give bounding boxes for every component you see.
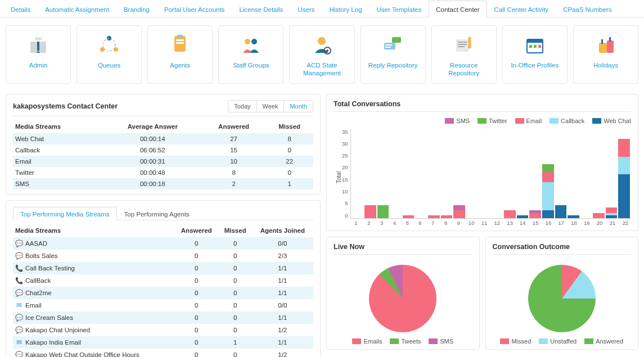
x-tick: 13 <box>504 220 516 226</box>
tab-history-log[interactable]: History Log <box>322 1 369 17</box>
tile-admin[interactable]: Admin <box>6 25 71 84</box>
perf-col-header: Answered <box>174 224 219 237</box>
range-month[interactable]: Month <box>283 101 313 112</box>
queues-icon <box>82 33 137 57</box>
tab-branding[interactable]: Branding <box>116 1 157 17</box>
tile-queues[interactable]: Queues <box>76 25 142 84</box>
bar-col <box>568 129 579 218</box>
tab-portal-user-accounts[interactable]: Portal User Accounts <box>157 1 232 17</box>
overview-title-text: kakaposystems Contact Center <box>13 102 118 110</box>
conversation-outcome-pie <box>528 265 596 332</box>
tab-cpaas-numbers[interactable]: CPaaS Numbers <box>556 1 619 17</box>
bar-col <box>415 129 427 218</box>
legend-twitter: Twitter <box>478 118 507 124</box>
x-tick: 1 <box>350 220 362 226</box>
table-row[interactable]: 💬Kakapo Chat Unjoined 0 0 1/2 <box>13 324 313 336</box>
svg-rect-20 <box>456 39 469 52</box>
cell-agents: 1/2 <box>252 349 313 357</box>
table-row: Email 00:00:31 10 22 <box>13 156 313 167</box>
x-tick: 21 <box>607 220 619 226</box>
bar-segment <box>542 172 554 182</box>
media-streams-table: Media StreamsAverage AnswerAnsweredMisse… <box>13 120 313 189</box>
stacked-bar-chart <box>350 129 631 219</box>
bar-col <box>390 129 402 218</box>
svg-point-13 <box>318 37 326 45</box>
top-performing-subtabs: Top Performing Media StreamsTop Performi… <box>13 206 313 220</box>
y-tick: 5 <box>342 200 348 206</box>
y-tick: 0 <box>342 213 348 219</box>
cell-answered: 27 <box>202 133 265 144</box>
tab-license-details[interactable]: License Details <box>232 1 290 17</box>
tab-details[interactable]: Details <box>3 1 38 17</box>
table-row[interactable]: 💬Ice Cream Sales 0 0 1/1 <box>13 311 313 324</box>
cell-stream-name: 📞CallBack <box>13 274 174 287</box>
subtab-top-performing-media-streams[interactable]: Top Performing Media Streams <box>13 207 117 220</box>
cell-stream: Web Chat <box>13 133 103 144</box>
x-tick: 2 <box>363 220 375 226</box>
tab-user-templates[interactable]: User Templates <box>370 1 429 17</box>
table-row: SMS 00:00:18 2 1 <box>13 178 313 189</box>
bar-col <box>352 129 364 218</box>
table-row[interactable]: 💬Kakapo Web Chat Outside Office Hours 0 … <box>13 349 313 357</box>
bar-col <box>428 129 440 218</box>
bar-chart-legend: SMS Twitter Email Callback Web Chat <box>334 115 631 124</box>
tile-reply-repository[interactable]: Reply Repository <box>361 25 426 84</box>
bar-col <box>466 129 478 218</box>
table-row[interactable]: 💬Bolts Sales 0 0 2/3 <box>13 250 313 262</box>
cell-answered: 10 <box>202 156 265 167</box>
range-week[interactable]: Week <box>256 101 284 112</box>
cell-stream-name: 💬Kakapo Web Chat Outside Office Hours <box>13 349 174 357</box>
svg-point-6 <box>103 39 115 51</box>
table-row[interactable]: 💬AASAD 0 0 0/0 <box>13 237 313 250</box>
cell-answered: 8 <box>202 167 265 178</box>
tile-holidays[interactable]: Holidays <box>573 25 638 84</box>
x-tick: 8 <box>440 220 452 226</box>
bar-segment <box>377 205 389 218</box>
tile-staff-groups[interactable]: Staff Groups <box>218 25 283 84</box>
chat-icon: 💬 <box>15 239 23 247</box>
staff-groups-icon <box>223 33 278 57</box>
svg-rect-28 <box>538 45 541 48</box>
svg-rect-9 <box>176 42 184 44</box>
tile-label: Agents <box>152 62 208 70</box>
cell-missed: 0 <box>219 324 252 336</box>
range-today[interactable]: Today <box>228 101 256 112</box>
tile-resource-repository[interactable]: Resource Repository <box>431 25 497 84</box>
cell-agents: 1/2 <box>252 324 313 336</box>
cell-stream-name: ✉Email <box>13 299 174 311</box>
svg-point-4 <box>100 47 105 52</box>
bar-col <box>517 129 529 218</box>
tile-agents[interactable]: Agents <box>147 25 213 84</box>
bar-col <box>580 129 592 218</box>
cell-answered: 15 <box>202 144 265 156</box>
overview-col-header: Answered <box>202 120 265 133</box>
bar-col <box>377 129 389 218</box>
tile-in-office-profiles[interactable]: In-Office Profiles <box>502 25 568 84</box>
legend-unstaffed: Unstaffed <box>539 338 577 345</box>
top-tab-nav: DetailsAutomatic AssignmentBrandingPorta… <box>0 0 644 17</box>
svg-rect-19 <box>385 47 391 48</box>
tab-automatic-assignment[interactable]: Automatic Assignment <box>38 1 116 17</box>
table-row[interactable]: ✉Email 0 0 0/0 <box>13 299 313 311</box>
tile-label: Admin <box>11 62 66 70</box>
y-tick: 20 <box>342 164 348 170</box>
tab-users[interactable]: Users <box>290 1 322 17</box>
phone-icon: 📞 <box>15 277 23 284</box>
bar-col <box>479 129 490 218</box>
perf-col-header: Missed <box>219 224 252 237</box>
bar-segment <box>542 210 554 218</box>
subtab-top-performing-agents[interactable]: Top Performing Agents <box>117 207 197 220</box>
tab-call-center-activity[interactable]: Call Center Activity <box>487 1 556 17</box>
x-tick: 9 <box>453 220 465 226</box>
table-row[interactable]: 💬Chat2me 0 0 1/1 <box>13 287 313 299</box>
table-row[interactable]: 📞CallBack 0 0 1/1 <box>13 274 313 287</box>
table-row[interactable]: ✉Kakapo India Email 0 1 1/1 <box>13 336 313 349</box>
x-tick: 17 <box>555 220 567 226</box>
overview-title: kakaposystems Contact Center TodayWeekMo… <box>13 100 313 116</box>
perf-col-header: Media Streams <box>13 224 174 237</box>
tile-acd-state[interactable]: ACD State Management <box>289 25 354 84</box>
tab-contact-center[interactable]: Contact Center <box>429 1 487 17</box>
table-row[interactable]: 📞Call Back Testing 0 0 1/1 <box>13 262 313 274</box>
bar-segment <box>403 215 415 218</box>
overview-col-header: Missed <box>265 120 313 133</box>
